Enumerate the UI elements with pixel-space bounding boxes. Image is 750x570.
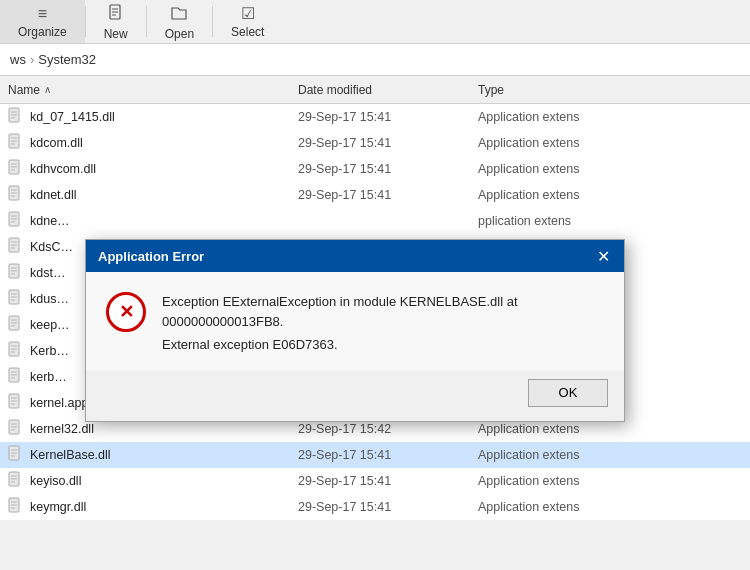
toolbar-organize-label: Organize [18,25,67,39]
toolbar-select[interactable]: ☑ Select [213,0,282,43]
dialog-close-button[interactable]: ✕ [590,244,616,268]
dialog-titlebar: Application Error ✕ [86,240,624,272]
toolbar-select-label: Select [231,25,264,39]
dialog-body: ✕ Exception EExternalException in module… [86,272,624,371]
new-icon [107,3,125,25]
dialog-message: Exception EExternalException in module K… [162,292,518,355]
open-icon [170,3,188,25]
toolbar-open[interactable]: Open [147,0,212,43]
dialog-message-line2: 0000000000013FB8. [162,312,518,332]
toolbar-new[interactable]: New [86,0,146,43]
toolbar: ≡ Organize New Open ☑ Select [0,0,750,44]
dialog-overlay: Application Error ✕ ✕ Exception EExterna… [0,44,750,570]
select-icon: ☑ [241,4,255,23]
dialog-message-line1: Exception EExternalException in module K… [162,292,518,312]
toolbar-organize[interactable]: ≡ Organize [0,0,85,43]
toolbar-open-label: Open [165,27,194,41]
dialog-ok-button[interactable]: OK [528,379,608,407]
dialog-footer: OK [86,371,624,421]
error-icon: ✕ [106,292,146,332]
main-container: ws › System32 Name ∧ Date modified Type … [0,44,750,570]
error-x-icon: ✕ [119,301,134,323]
application-error-dialog: Application Error ✕ ✕ Exception EExterna… [85,239,625,422]
dialog-message-line3: External exception E06D7363. [162,335,518,355]
toolbar-new-label: New [104,27,128,41]
dialog-title: Application Error [98,249,204,264]
organize-icon: ≡ [38,5,47,23]
